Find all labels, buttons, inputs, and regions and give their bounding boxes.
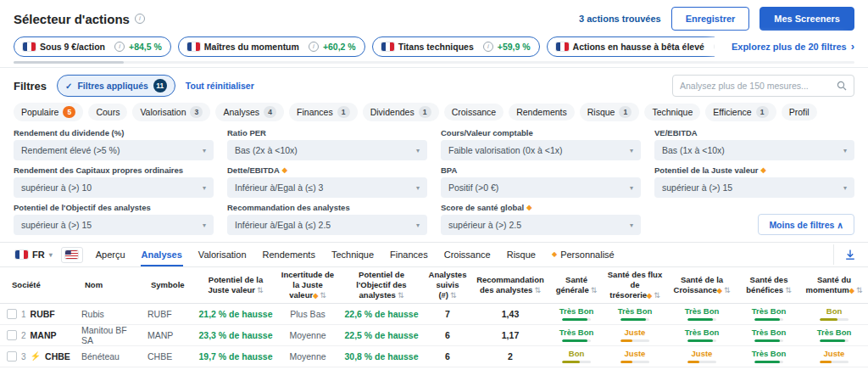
tab-technique[interactable]: Technique bbox=[331, 243, 375, 266]
column-header-potentiel-de-la-juste-valeur[interactable]: Potentiel de la Juste valeur⇅ bbox=[195, 267, 276, 303]
filter-label: BPA bbox=[441, 165, 457, 175]
column-header-sante-de-la-croissance[interactable]: Santé de la Croissance◆⇅ bbox=[666, 267, 737, 303]
health-cell: Bon bbox=[549, 346, 604, 367]
preset-pill-actions-en-hausse-a-beta-eleve[interactable]: Actions en hausse à bêta élevé i +21,8 % bbox=[547, 36, 715, 57]
country-code: FR bbox=[32, 249, 45, 260]
name-cell: Bénéteau bbox=[78, 346, 144, 367]
column-header-potentiel-de-l-objectif-des-analystes[interactable]: Potentiel de l'Objectif des analystes⇅ bbox=[339, 267, 424, 303]
column-header-incertitude-de-la-juste-valeur[interactable]: Incertitude de la Juste valeur◆⇅ bbox=[276, 267, 339, 303]
preset-pill-maitres-du-momentum[interactable]: Maîtres du momentum i +60,2 % bbox=[178, 36, 365, 57]
column-header-sante-du-momentum[interactable]: Santé du momentum◆⇅ bbox=[800, 267, 868, 303]
row-checkbox[interactable] bbox=[7, 351, 17, 362]
tab-croissance[interactable]: Croissance bbox=[443, 243, 492, 266]
save-button[interactable]: Enregistrer bbox=[671, 7, 750, 31]
health-cell: Très Bon bbox=[666, 325, 737, 345]
filter-select[interactable]: supérieur à (>) 10 ▾ bbox=[14, 177, 214, 198]
category-label: Populaire bbox=[21, 107, 58, 117]
explore-filters-link[interactable]: Explorez plus de 20 filtres › bbox=[721, 36, 854, 57]
tab-apercu[interactable]: Aperçu bbox=[95, 243, 126, 266]
filter-category-dividendes[interactable]: Dividendes 1 bbox=[363, 103, 439, 121]
applied-filters-pill[interactable]: ✓ Filtres appliqués 11 bbox=[57, 75, 175, 97]
row-checkbox[interactable] bbox=[7, 330, 17, 340]
column-header-recommandation-des-analystes[interactable]: Recommandation des analystes⇅ bbox=[471, 267, 549, 303]
chevron-right-icon: › bbox=[851, 41, 854, 52]
filter-select[interactable]: Rendement élevé (>5 %) ▾ bbox=[14, 140, 214, 160]
filter-select[interactable]: Faible valorisation (0x à <1x) ▾ bbox=[441, 140, 641, 160]
health-bar bbox=[562, 339, 591, 342]
column-header-sante-des-flux-de-tresorerie[interactable]: Santé des flux de trésorerie◆⇅ bbox=[604, 267, 666, 303]
pro-diamond-icon: ◆ bbox=[313, 292, 318, 300]
reset-filters-link[interactable]: Tout réinitialiser bbox=[186, 81, 254, 91]
category-count-badge: 1 bbox=[756, 106, 769, 118]
presets-scrollbar[interactable] bbox=[14, 61, 854, 64]
france-flag-icon bbox=[187, 42, 200, 51]
filter-select[interactable]: Inférieur à/Egal à (≤) 2.5 ▾ bbox=[227, 215, 427, 235]
filter-label: Rendement des Capitaux propres ordinaire… bbox=[14, 165, 183, 175]
filter-category-finances[interactable]: Finances 1 bbox=[289, 103, 358, 121]
filter-category-cours[interactable]: Cours bbox=[88, 104, 127, 121]
row-checkbox[interactable] bbox=[7, 309, 17, 319]
tab-label: Technique bbox=[331, 249, 374, 260]
filter-category-croissance[interactable]: Croissance bbox=[444, 104, 504, 121]
filter-label: Rendement du dividende (%) bbox=[14, 128, 124, 137]
results-count-link[interactable]: 3 actions trouvées bbox=[579, 14, 661, 24]
search-icon bbox=[837, 81, 847, 91]
filter-category-populaire[interactable]: Populaire 5 bbox=[14, 103, 83, 121]
filter-selected-value: Rendement élevé (>5 %) bbox=[21, 145, 120, 155]
filter-label: Potentiel de la Juste valeur bbox=[654, 165, 759, 175]
filter-grid: Rendement du dividende (%) Rendement éle… bbox=[0, 127, 868, 242]
tab-risque[interactable]: Risque bbox=[506, 243, 537, 266]
title-info-icon[interactable]: i bbox=[135, 14, 145, 24]
filter-control-ve-ebitda: VE/EBITDA Bas (1x à <10x) ▾ bbox=[654, 128, 854, 160]
filters-toolbar: Filtres ✓ Filtres appliqués 11 Tout réin… bbox=[0, 68, 868, 101]
table-row-chbe[interactable]: 3 ⚡ CHBE Bénéteau CHBE 19,7 % de hausse … bbox=[0, 346, 868, 367]
column-header-sante-generale[interactable]: Santé générale⇅ bbox=[549, 267, 604, 303]
tab-label: Analyses bbox=[142, 249, 182, 260]
preset-pill-sous-9-action[interactable]: Sous 9 €/action i +84,5 % bbox=[14, 36, 171, 57]
filter-select[interactable]: Inférieur à/Egal à (≤) 3 ▾ bbox=[227, 177, 427, 198]
tab-finances[interactable]: Finances bbox=[389, 243, 429, 266]
filter-control-dette-ebitda: Dette/EBITDA ◆ Inférieur à/Egal à (≤) 3 … bbox=[227, 165, 427, 198]
filter-category-efficience[interactable]: Efficience 1 bbox=[705, 103, 776, 121]
filter-select[interactable]: Positif (>0 €) ▾ bbox=[441, 177, 641, 198]
filter-select[interactable]: supérieur à (>) 15 ▾ bbox=[14, 215, 214, 235]
filter-control-recommandation-des-analystes: Recommandation des analystes Inférieur à… bbox=[227, 203, 427, 235]
tab-valorisation[interactable]: Valorisation bbox=[198, 243, 248, 266]
column-header-sante-des-benefices[interactable]: Santé des bénéfices⇅ bbox=[737, 267, 800, 303]
download-button[interactable] bbox=[833, 244, 860, 265]
filter-select[interactable]: supérieur à (>) 2.5 ▾ bbox=[441, 215, 641, 235]
chevron-down-icon: ▾ bbox=[843, 147, 847, 154]
filter-category-rendements[interactable]: Rendements bbox=[509, 104, 575, 121]
my-screeners-button[interactable]: Mes Screeners bbox=[760, 7, 854, 31]
tab-rendements[interactable]: Rendements bbox=[262, 243, 316, 266]
health-label: Très Bon bbox=[752, 328, 787, 337]
presets-scrollbar-thumb[interactable] bbox=[14, 61, 124, 64]
column-header-nom: Nom bbox=[78, 267, 144, 303]
preset-pill-change: +60,2 % bbox=[323, 42, 356, 52]
us-flag-option[interactable] bbox=[61, 247, 83, 263]
tab-personnalise[interactable]: ◆Personnalisé bbox=[551, 243, 615, 266]
company-cell: 2 MANP bbox=[5, 325, 78, 345]
measures-search-input[interactable] bbox=[680, 81, 832, 91]
filter-label: Dette/EBITDA bbox=[227, 165, 280, 175]
preset-pill-titans-techniques[interactable]: Titans techniques i +59,9 % bbox=[372, 36, 540, 57]
less-filters-button[interactable]: Moins de filtres ∧ bbox=[758, 214, 854, 235]
filter-category-technique[interactable]: Technique bbox=[644, 104, 700, 121]
health-cell: Bon bbox=[800, 304, 868, 324]
filter-category-valorisation[interactable]: Valorisation 3 bbox=[132, 103, 210, 121]
filter-selected-value: supérieur à (>) 15 bbox=[21, 220, 92, 230]
filter-category-profil[interactable]: Profil bbox=[782, 104, 817, 121]
tab-label: Risque bbox=[507, 249, 536, 260]
table-row-rubf[interactable]: 1 RUBF Rubis RUBF 21,2 % de hausse Plus … bbox=[0, 304, 868, 325]
tab-analyses[interactable]: Analyses bbox=[141, 243, 183, 266]
filter-select[interactable]: supérieur à (>) 15 ▾ bbox=[654, 177, 854, 198]
table-row-manp[interactable]: 2 MANP Manitou BF SA MANP 23,3 % de haus… bbox=[0, 325, 868, 346]
filter-select[interactable]: Bas (2x à <10x) ▾ bbox=[227, 140, 427, 160]
country-selector[interactable]: FR ▾ bbox=[8, 249, 59, 260]
filter-select[interactable]: Bas (1x à <10x) ▾ bbox=[654, 140, 854, 160]
filter-category-analyses[interactable]: Analyses 4 bbox=[215, 103, 284, 121]
sort-icon: ⇅ bbox=[785, 286, 792, 294]
filter-category-risque[interactable]: Risque 1 bbox=[580, 103, 640, 121]
health-label: Très Bon bbox=[618, 307, 653, 316]
column-header-analystes-suivis[interactable]: Analystes suivis (#)⇅ bbox=[424, 267, 471, 303]
